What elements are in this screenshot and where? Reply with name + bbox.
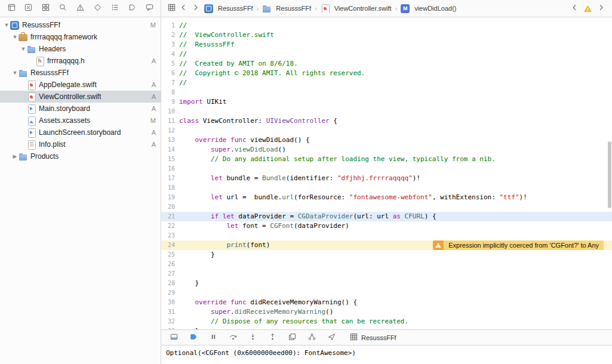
code-line-9[interactable]: 9import UIKit — [161, 97, 612, 107]
code-line-4[interactable]: 4// — [161, 50, 612, 59]
disclosure-triangle-icon[interactable]: ▼ — [11, 34, 19, 40]
line-number[interactable]: 22 — [161, 221, 179, 231]
line-number[interactable]: 12 — [161, 126, 179, 135]
toggle-debug-area-button[interactable] — [168, 332, 179, 343]
code-line-21[interactable]: 21 if let dataProvider = CGDataProvider(… — [161, 212, 612, 221]
breadcrumb-item-resusssfff[interactable]: ResusssFFf — [204, 4, 253, 13]
code-line-15[interactable]: 15 // Do any additional setup after load… — [161, 155, 612, 164]
code-line-14[interactable]: 14 super.viewDidLoad() — [161, 145, 612, 155]
navigator-tab-project[interactable] — [6, 3, 17, 14]
breadcrumb-item-viewcontroller-swift[interactable]: ViewController.swift — [321, 4, 392, 13]
view-debugger-button[interactable] — [287, 332, 297, 343]
code-line-31[interactable]: 31 super.didReceiveMemoryWarning() — [161, 307, 612, 317]
related-items-button[interactable] — [166, 3, 177, 14]
code-line-27[interactable]: 27 — [161, 269, 612, 279]
line-number[interactable]: 6 — [161, 69, 179, 78]
code-line-11[interactable]: 11class ViewController: UIViewController… — [161, 116, 612, 126]
navigator-tab-test[interactable] — [92, 3, 103, 14]
line-number[interactable]: 19 — [161, 193, 179, 202]
code-line-10[interactable]: 10 — [161, 107, 612, 116]
line-number[interactable]: 30 — [161, 298, 179, 307]
line-number[interactable]: 23 — [161, 231, 179, 240]
code-line-23[interactable]: 23 — [161, 231, 612, 240]
tree-item-viewcontroller-swift[interactable]: ViewController.swiftA — [0, 91, 161, 103]
line-number[interactable]: 18 — [161, 183, 179, 193]
code-line-29[interactable]: 29 — [161, 288, 612, 298]
pause-button[interactable] — [208, 332, 219, 343]
code-line-32[interactable]: 32 // Dispose of any resources that can … — [161, 317, 612, 326]
line-number[interactable]: 10 — [161, 107, 179, 116]
line-number[interactable]: 26 — [161, 260, 179, 269]
tree-item-products[interactable]: ▶Products — [0, 150, 161, 162]
disclosure-triangle-icon[interactable]: ▼ — [11, 70, 19, 76]
line-number[interactable]: 5 — [161, 59, 179, 69]
code-line-26[interactable]: 26 — [161, 260, 612, 269]
code-line-2[interactable]: 2// ViewController.swift — [161, 30, 612, 40]
memory-graph-button[interactable] — [306, 332, 317, 343]
code-line-1[interactable]: 1// — [161, 21, 612, 30]
line-number[interactable]: 2 — [161, 30, 179, 40]
code-line-6[interactable]: 6// Copyright © 2018 AMIT. All rights re… — [161, 69, 612, 78]
warning-icon[interactable] — [582, 3, 593, 14]
line-number[interactable]: 11 — [161, 116, 179, 126]
step-over-button[interactable] — [227, 332, 238, 343]
disclosure-triangle-icon[interactable]: ▼ — [3, 22, 10, 28]
code-line-17[interactable]: 17 let bundle = Bundle(identifier: "dfjh… — [161, 174, 612, 183]
code-line-13[interactable]: 13 override func viewDidLoad() { — [161, 135, 612, 145]
line-number[interactable]: 4 — [161, 50, 179, 59]
code-line-33[interactable]: 33 } — [161, 326, 612, 329]
navigator-tab-symbol[interactable] — [41, 3, 51, 14]
code-line-20[interactable]: 20 — [161, 202, 612, 212]
tree-item-headers[interactable]: ▼Headers — [0, 43, 161, 55]
line-number[interactable]: 14 — [161, 145, 179, 155]
tree-item-frrrraqqqq-h[interactable]: frrrraqqqq.hA — [0, 55, 161, 67]
tree-item-appdelegate-swift[interactable]: AppDelegate.swiftA — [0, 79, 161, 91]
line-number[interactable]: 33 — [161, 326, 179, 329]
line-number[interactable]: 13 — [161, 135, 179, 145]
simulate-location-button[interactable] — [326, 332, 337, 343]
tree-item-main-storyboard[interactable]: Main.storyboardA — [0, 103, 161, 115]
tree-item-info-plist[interactable]: Info.plistA — [0, 138, 161, 150]
tree-item-launchscreen-storyboard[interactable]: LaunchScreen.storyboardA — [0, 127, 161, 138]
line-number[interactable]: 25 — [161, 250, 179, 260]
line-number[interactable]: 9 — [161, 97, 179, 107]
code-line-18[interactable]: 18 — [161, 183, 612, 193]
tree-item-assets-xcassets[interactable]: Assets.xcassetsM — [0, 115, 161, 127]
line-number[interactable]: 32 — [161, 317, 179, 326]
breakpoints-button[interactable] — [188, 332, 199, 343]
code-line-22[interactable]: 22 let font = CGFont(dataProvider) — [161, 221, 612, 231]
code-line-7[interactable]: 7// — [161, 78, 612, 88]
code-line-28[interactable]: 28 } — [161, 279, 612, 288]
line-number[interactable]: 17 — [161, 174, 179, 183]
code-line-24[interactable]: 24 print(font)Expression implicitly coer… — [161, 240, 612, 250]
code-line-30[interactable]: 30 override func didReceiveMemoryWarning… — [161, 298, 612, 307]
code-line-3[interactable]: 3// ResusssFFf — [161, 40, 612, 50]
tree-item-resusssfff[interactable]: ▼ResusssFFf — [0, 67, 161, 79]
back-button[interactable] — [178, 3, 189, 14]
line-number[interactable]: 28 — [161, 279, 179, 288]
navigator-tab-source-control[interactable] — [23, 3, 34, 14]
step-into-button[interactable] — [247, 332, 258, 343]
console-area[interactable]: Optional(<CGFont (0x6000000eed00): FontA… — [161, 345, 612, 364]
navigator-tab-find[interactable] — [58, 3, 69, 14]
line-number[interactable]: 24 — [161, 240, 179, 250]
line-number[interactable]: 29 — [161, 288, 179, 298]
previous-issue-button[interactable] — [569, 3, 580, 14]
line-number[interactable]: 27 — [161, 269, 179, 279]
code-line-25[interactable]: 25 } — [161, 250, 612, 260]
code-line-8[interactable]: 8 — [161, 88, 612, 97]
line-number[interactable]: 15 — [161, 155, 179, 164]
scrollbar-thumb[interactable] — [608, 141, 611, 208]
forward-button[interactable] — [190, 3, 201, 14]
line-number[interactable]: 31 — [161, 307, 179, 317]
breadcrumb-item-viewdidload[interactable]: MviewDidLoad() — [401, 4, 456, 13]
step-out-button[interactable] — [267, 332, 278, 343]
line-number[interactable]: 16 — [161, 164, 179, 174]
source-editor[interactable]: 1//2// ViewController.swift3// ResusssFF… — [161, 17, 612, 329]
line-number[interactable]: 21 — [161, 212, 179, 221]
disclosure-triangle-icon[interactable]: ▶ — [11, 153, 19, 159]
code-line-16[interactable]: 16 — [161, 164, 612, 174]
debug-jump-bar[interactable]: ResusssFFf — [349, 332, 396, 343]
line-number[interactable]: 3 — [161, 40, 179, 50]
navigator-tab-debug[interactable] — [109, 3, 120, 14]
